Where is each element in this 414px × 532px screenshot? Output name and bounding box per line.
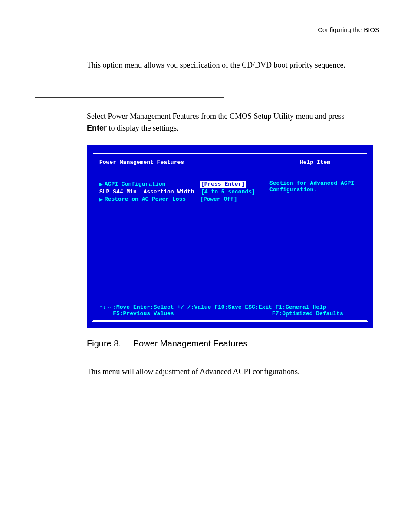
triangle-icon: ▶ [99,181,103,188]
section-divider [35,97,224,98]
main-text-2: to display the settings. [107,124,179,132]
bios-header-row: Power Management Features ______________… [93,154,367,178]
bios-value: [4 to 5 seconds] [201,189,255,195]
bios-row-slp[interactable]: SLP_S4# Min. Assertion Width [4 to 5 sec… [99,189,256,195]
acpi-paragraph: This menu will allow adjustment of Advan… [87,366,362,378]
bios-title-cell: Power Management Features ______________… [93,154,263,178]
bios-help-header: Help Item [263,154,367,178]
main-text-1: Select Power Management Features from th… [87,112,344,121]
bios-title-underline: ________________________________________… [99,166,256,173]
bios-value: [Power Off] [200,196,237,203]
bios-footer: ↑↓→←:Move Enter:Select +/-/:Value F10:Sa… [93,300,367,320]
figure-title: Power Management Features [133,339,247,348]
bios-frame: Power Management Features ______________… [92,153,368,322]
figure-caption: Figure 8. Power Management Features [87,339,379,349]
bios-body: ▶ ACPI Configuration [Press Enter] SLP_S… [93,178,367,300]
bios-label: Restore on AC Power Loss [105,196,200,203]
page-header: Configuring the BIOS [35,26,379,33]
intro-paragraph: This option menu allows you specificatio… [87,59,362,71]
bios-screenshot: Power Management Features ______________… [87,145,373,328]
main-paragraph: Select Power Management Features from th… [87,111,362,134]
bios-value: [Press Enter] [200,181,246,188]
enter-key-text: Enter [87,124,107,132]
bios-footer-line-1: ↑↓→←:Move Enter:Select +/-/:Value F10:Sa… [99,304,361,310]
bios-row-restore[interactable]: ▶ Restore on AC Power Loss [Power Off] [99,196,256,203]
bios-title: Power Management Features [99,159,256,166]
bios-label: SLP_S4# Min. Assertion Width [99,189,201,195]
bios-help-title: Help Item [269,159,361,166]
figure-label: Figure 8. [87,339,121,348]
bios-footer-line-2: F5:Previous Values F7:Optimized Defaults [99,310,361,317]
bios-help-text: Section for Advanced ACPI Configuration. [263,178,367,300]
bios-label: ACPI Configuration [105,181,200,188]
triangle-icon: ▶ [99,196,103,203]
bios-row-acpi[interactable]: ▶ ACPI Configuration [Press Enter] [99,181,256,188]
bios-menu-list: ▶ ACPI Configuration [Press Enter] SLP_S… [93,178,263,300]
